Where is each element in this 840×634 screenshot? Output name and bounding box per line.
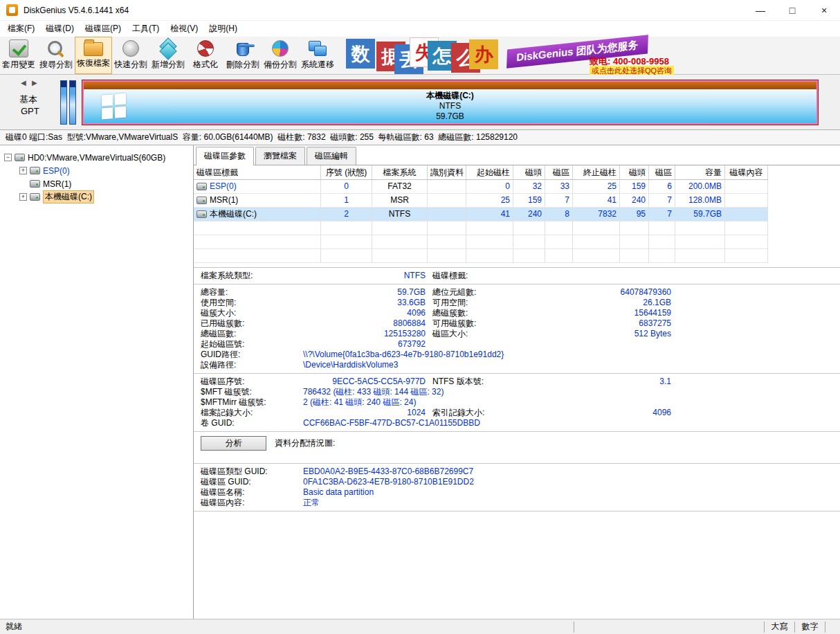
partition-icon [197, 210, 207, 218]
promo-banner[interactable]: 数 据 丢 失 怎 么 办 DiskGenius 团队为您服务 致电: 400-… [346, 37, 695, 75]
minimize-button[interactable]: — [745, 0, 776, 20]
partition-icon [30, 193, 40, 201]
tree-item-msr[interactable]: MSR(1) [4, 177, 193, 190]
close-button[interactable]: × [808, 0, 840, 20]
status-pane [574, 622, 764, 633]
disk-info-line: 磁碟0 端口:Sas 型號:VMware,VMwareVirtualS 容量: … [0, 130, 840, 145]
menu-file[interactable]: 檔案(F) [2, 21, 40, 37]
ad-tile: 数 [346, 39, 375, 69]
disk-layout-bar: ◀ ▶ 基本 GPT 本機磁碟(C:) NTFS 59.7GB [0, 75, 840, 130]
menu-tools[interactable]: 工具(T) [127, 21, 165, 37]
details-section-guid: 磁碟區類型 GUID: EBD0A0A2-B9E5-4433-87C0-68B6… [194, 464, 840, 511]
title-bar: DiskGenius V5.4.6.1441 x64 — □ × [0, 0, 840, 21]
window-title: DiskGenius V5.4.6.1441 x64 [24, 6, 129, 15]
menu-disk[interactable]: 磁碟(D) [40, 21, 80, 37]
num-lock-indicator: 數字 [794, 622, 825, 633]
menu-help[interactable]: 說明(H) [203, 21, 243, 37]
partition-details: 檔案系統類型: NTFS 磁碟標籤: 總容量: 59.7GB 總位元組數: 64… [194, 267, 840, 511]
window-controls: — □ × [745, 0, 840, 20]
app-icon [6, 4, 18, 16]
detail-tabs: 磁碟區參數 瀏覽檔案 磁區編輯 [194, 145, 840, 165]
disk-tree-panel: HD0:VMware,VMwareVirtualS(60GB) ESP(0) M… [0, 145, 194, 619]
tree-item-c-drive[interactable]: 本機磁碟(C:) [4, 190, 193, 203]
system-migration-icon [308, 39, 327, 57]
apply-changes-icon [9, 39, 28, 57]
menu-partition[interactable]: 磁碟區(P) [80, 21, 127, 37]
table-row-msr[interactable]: MSR(1) 1 MSR 25 159 7 41 240 7 128.0MB [194, 194, 768, 208]
resize-grip [825, 622, 840, 633]
table-empty-row [194, 235, 768, 249]
partition-table: 磁碟區標籤 序號 (狀態) 檔案系統 識別資料 起始磁柱 磁頭 磁區 終止磁柱 … [194, 165, 768, 263]
analyze-button[interactable]: 分析 [201, 436, 266, 451]
tab-browse-files[interactable]: 瀏覽檔案 [255, 147, 305, 165]
search-partition-icon [46, 39, 66, 57]
expand-icon[interactable] [19, 167, 27, 174]
partition-type-strip [84, 82, 816, 89]
ad-tile: 办 [469, 39, 498, 69]
quick-partition-icon [122, 40, 139, 57]
partition-icon [197, 197, 207, 204]
delete-partition-icon [237, 43, 249, 56]
prev-disk-icon[interactable]: ◀ [21, 79, 26, 87]
toolbar: 套用變更 搜尋分割 恢復檔案 快速分割 新增分割 格式化 刪除分割 備份分割 系… [0, 37, 840, 75]
recover-files-icon [84, 42, 103, 56]
status-ready: 就緒 [6, 621, 22, 633]
partition-icon [197, 183, 207, 190]
format-icon [197, 40, 214, 57]
partition-icon [30, 167, 40, 174]
disk-scheme-label: GPT [21, 106, 39, 116]
menu-bar: 檔案(F) 磁碟(D) 磁碟區(P) 工具(T) 檢視(V) 說明(H) [0, 21, 840, 37]
partition-icon [30, 180, 40, 188]
collapse-icon[interactable] [4, 154, 12, 161]
details-section-ntfs: 磁碟區序號: 9ECC-5AC5-CC5A-977D NTFS 版本號: 3.1… [194, 374, 840, 432]
details-section-analyze: 分析 資料分配情況圖: [194, 432, 840, 464]
disk-type-label: 基本 [19, 93, 37, 106]
table-row-esp[interactable]: ESP(0) 0 FAT32 0 32 33 25 159 6 200.0MB [194, 180, 768, 194]
table-header-row: 磁碟區標籤 序號 (狀態) 檔案系統 識別資料 起始磁柱 磁頭 磁區 終止磁柱 … [194, 165, 768, 180]
c-drive-partition-block[interactable]: 本機磁碟(C:) NTFS 59.7GB [82, 80, 819, 125]
backup-partition-button[interactable]: 備份分割 [262, 37, 299, 74]
msr-partition-block[interactable] [69, 80, 76, 125]
partition-bar-text: 本機磁碟(C:) NTFS 59.7GB [426, 91, 474, 122]
delete-partition-button[interactable]: 刪除分割 [224, 37, 262, 74]
recover-files-button[interactable]: 恢復檔案 [75, 37, 112, 74]
tab-partition-parameters[interactable]: 磁碟區參數 [196, 147, 254, 165]
search-partition-button[interactable]: 搜尋分割 [37, 37, 75, 74]
tree-item-esp[interactable]: ESP(0) [4, 164, 193, 177]
new-partition-button[interactable]: 新增分割 [149, 37, 187, 74]
menu-view[interactable]: 檢視(V) [165, 21, 203, 37]
table-empty-row [194, 249, 768, 263]
status-bar: 就緒 大寫 數字 [0, 619, 840, 634]
system-migration-button[interactable]: 系統遷移 [299, 37, 336, 74]
expand-icon[interactable] [19, 193, 27, 201]
quick-partition-button[interactable]: 快速分割 [112, 37, 149, 74]
maximize-button[interactable]: □ [776, 0, 808, 20]
table-empty-row [194, 221, 768, 235]
details-section-fs: 檔案系統類型: NTFS 磁碟標籤: [194, 268, 840, 284]
allocation-map-label: 資料分配情況圖: [275, 436, 335, 451]
disk-icon [15, 154, 25, 161]
next-disk-icon[interactable]: ▶ [32, 79, 37, 87]
details-section-capacity: 總容量: 59.7GB 總位元組數: 64078479360 使用空間: 33.… [194, 284, 840, 374]
esp-partition-block[interactable] [60, 80, 67, 125]
tab-sector-edit[interactable]: 磁區編輯 [307, 147, 356, 165]
backup-partition-icon [272, 40, 289, 57]
format-button[interactable]: 格式化 [187, 37, 224, 74]
tree-root-hd0[interactable]: HD0:VMware,VMwareVirtualS(60GB) [4, 151, 193, 164]
table-row-c-drive[interactable]: 本機磁碟(C:) 2 NTFS 41 240 8 7832 95 7 59.7G… [194, 208, 768, 221]
windows-logo-icon [102, 93, 126, 119]
new-partition-icon [158, 39, 178, 57]
caps-lock-indicator: 大寫 [764, 622, 794, 633]
apply-changes-button[interactable]: 套用變更 [0, 37, 37, 74]
partition-detail-panel: 磁碟區參數 瀏覽檔案 磁區編輯 磁碟區標籤 序號 (狀態) 檔案系統 識別資料 … [194, 145, 840, 619]
